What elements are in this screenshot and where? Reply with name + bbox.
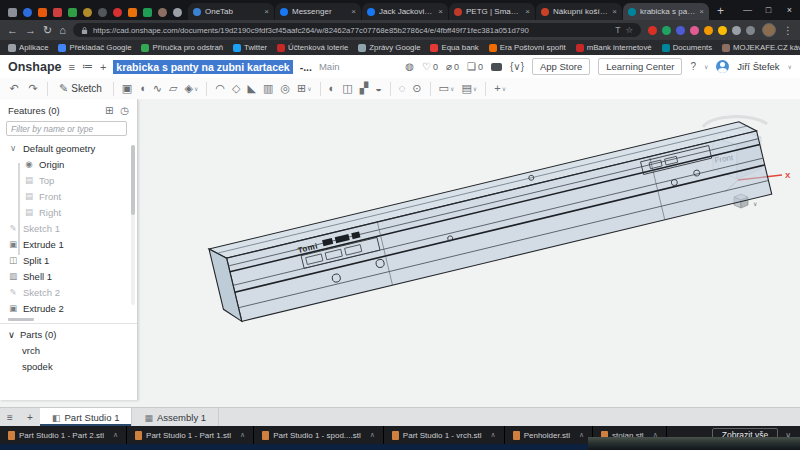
mirror-tool-icon[interactable]: ▞ <box>358 83 370 94</box>
share-icon[interactable]: ◍ <box>405 61 414 72</box>
onshape-logo[interactable]: Onshape <box>8 60 62 74</box>
profile-avatar[interactable] <box>762 23 776 37</box>
download-item[interactable]: Part Studio 1 - vrch.stl∧ <box>384 426 505 444</box>
chamfer-tool-icon[interactable]: ◇ <box>230 83 242 94</box>
tree-item-default-geometry[interactable]: ∨Default geometry <box>0 140 137 156</box>
tree-item-right-plane[interactable]: ▤Right <box>0 204 137 220</box>
tree-item-front-plane[interactable]: ▤Front <box>0 188 137 204</box>
named-views-icon[interactable]: ▭∨ <box>437 83 457 94</box>
bookmark-aplikace[interactable]: Aplikace <box>8 43 48 52</box>
forward-button[interactable]: → <box>25 25 36 36</box>
bookmark-star-icon[interactable]: ☆ <box>625 25 633 35</box>
extension-icon[interactable] <box>676 26 685 35</box>
follow-icon[interactable]: + <box>100 61 106 73</box>
tree-item-origin[interactable]: ◉Origin <box>0 156 137 172</box>
transform-tool-icon[interactable]: ◒ <box>373 83 384 94</box>
download-item[interactable]: Part Studio 1 - Part 1.stl∧ <box>127 426 254 444</box>
chevron-up-icon[interactable]: ∧ <box>370 431 375 439</box>
tree-item-shell1[interactable]: ▥Shell 1 <box>0 268 137 284</box>
download-item[interactable]: Penholder.stl∧ <box>505 426 593 444</box>
pinned-tab-icon[interactable] <box>53 8 62 17</box>
extension-icon[interactable] <box>704 26 713 35</box>
workspace-name[interactable]: Main <box>319 61 340 72</box>
document-menu-icon[interactable]: ≡ <box>69 61 75 73</box>
maximize-button[interactable]: □ <box>758 0 779 20</box>
reload-button[interactable]: ↻ <box>43 25 52 36</box>
loft-tool-icon[interactable]: ▱ <box>167 83 179 94</box>
browser-tab-jack-jackovic[interactable]: Jack Jackovic Slu × <box>362 3 448 20</box>
draft-tool-icon[interactable]: ◣ <box>246 83 258 94</box>
panel-scrollbar[interactable] <box>131 145 135 305</box>
shell-tool-icon[interactable]: ▥ <box>261 83 275 94</box>
pinned-tab-icon[interactable] <box>173 8 182 17</box>
new-folder-icon[interactable]: ⊞ <box>105 105 113 116</box>
bookmark-equa[interactable]: Equa bank <box>430 43 478 52</box>
pinned-tab-icon[interactable] <box>68 8 77 17</box>
tab-close-icon[interactable]: × <box>351 7 356 16</box>
extension-icon[interactable] <box>746 26 755 35</box>
undo-icon[interactable]: ↶ <box>6 83 22 94</box>
copies-counter[interactable]: ❏0 <box>467 61 483 72</box>
extension-icon[interactable] <box>732 26 741 35</box>
history-icon[interactable]: ◷ <box>120 105 129 116</box>
pinned-tab-icon[interactable] <box>38 8 47 17</box>
chevron-up-icon[interactable]: ∧ <box>113 431 118 439</box>
part-model[interactable]: Tomi <box>209 118 772 325</box>
3d-viewport-canvas[interactable]: Top Front X ∨ <box>137 99 800 407</box>
extension-icon[interactable] <box>662 26 671 35</box>
display-options-icon[interactable]: ▤∨ <box>459 83 479 94</box>
add-tab-icon[interactable]: + <box>20 408 40 427</box>
comments-icon[interactable] <box>491 63 502 71</box>
user-avatar[interactable] <box>716 60 729 73</box>
app-store-button[interactable]: App Store <box>532 58 590 75</box>
pinned-tab-icon[interactable] <box>98 8 107 17</box>
chevron-up-icon[interactable]: ∧ <box>579 431 584 439</box>
versions-icon[interactable]: ≔ <box>82 60 93 73</box>
likes-counter[interactable]: ♡0 <box>422 61 438 72</box>
delete-part-tool-icon[interactable]: ◌ <box>397 83 408 94</box>
pinned-tab-icon[interactable] <box>83 8 92 17</box>
measure-tool-icon[interactable]: ⊙ <box>410 83 423 94</box>
download-item[interactable]: Part Studio 1 - Part 2.stl∧ <box>0 426 127 444</box>
pinned-tab-icon[interactable] <box>143 8 152 17</box>
featurescript-icon[interactable]: {∨} <box>510 61 524 72</box>
pinned-tab-icon[interactable] <box>158 8 167 17</box>
pinned-tab-icon[interactable] <box>128 8 137 17</box>
download-item[interactable]: Part Studio 1 - spod....stl∧ <box>254 426 384 444</box>
bookmark-mojekafe[interactable]: MOJEKAFE.CZ káva <box>722 43 800 52</box>
tab-assembly-1[interactable]: ▦ Assembly 1 <box>132 408 219 427</box>
extension-icon[interactable] <box>690 26 699 35</box>
split-tool-icon[interactable]: ◫ <box>340 83 354 94</box>
chevron-down-icon[interactable]: ∨ <box>8 143 18 153</box>
pattern-tool-icon[interactable]: ⊞∨ <box>295 83 314 94</box>
boolean-tool-icon[interactable]: ◐ <box>327 83 338 94</box>
extrude-tool-icon[interactable]: ▣ <box>120 83 134 94</box>
bookmark-prirucka[interactable]: Příručka pro odstraň <box>141 43 223 52</box>
browser-tab-onetab[interactable]: OneTab × <box>188 3 274 20</box>
browser-tab-active-onshape[interactable]: krabicka s panty × <box>623 3 709 20</box>
help-icon[interactable]: ? <box>690 61 696 72</box>
pinned-tab-icon[interactable] <box>113 8 122 17</box>
part-item-spodek[interactable]: spodek <box>0 358 137 374</box>
parts-header[interactable]: ∨Parts (0) <box>0 326 137 342</box>
pinned-tab-icon[interactable] <box>23 8 32 17</box>
bookmark-documents[interactable]: Documents <box>662 43 712 52</box>
chevron-down-icon[interactable]: ∨ <box>8 329 15 340</box>
user-name[interactable]: Jiří Štefek <box>737 61 779 72</box>
thicken-tool-icon[interactable]: ◈∨ <box>183 83 201 94</box>
bookmark-zpravy[interactable]: Zprávy Google <box>358 43 420 52</box>
browser-menu-icon[interactable]: ⋮ <box>783 25 793 36</box>
tree-item-top-plane[interactable]: ▤Top <box>0 172 137 188</box>
browser-tab-petg[interactable]: PETG | Smart3D × <box>449 3 535 20</box>
translate-icon[interactable]: T <box>615 25 620 35</box>
tab-close-icon[interactable]: × <box>612 7 617 16</box>
part-item-vrch[interactable]: vrch <box>0 342 137 358</box>
new-tab-button[interactable]: + <box>710 2 731 20</box>
rollback-bar[interactable] <box>8 318 34 321</box>
zoom-tools-icon[interactable]: +∨ <box>492 83 508 94</box>
tab-manager-icon[interactable]: ≡ <box>0 408 20 427</box>
links-counter[interactable]: ⌀0 <box>446 61 459 72</box>
browser-tab-messenger[interactable]: Messenger × <box>275 3 361 20</box>
tab-part-studio-1[interactable]: ◧ Part Studio 1 <box>40 408 132 427</box>
back-button[interactable]: ← <box>7 25 18 36</box>
